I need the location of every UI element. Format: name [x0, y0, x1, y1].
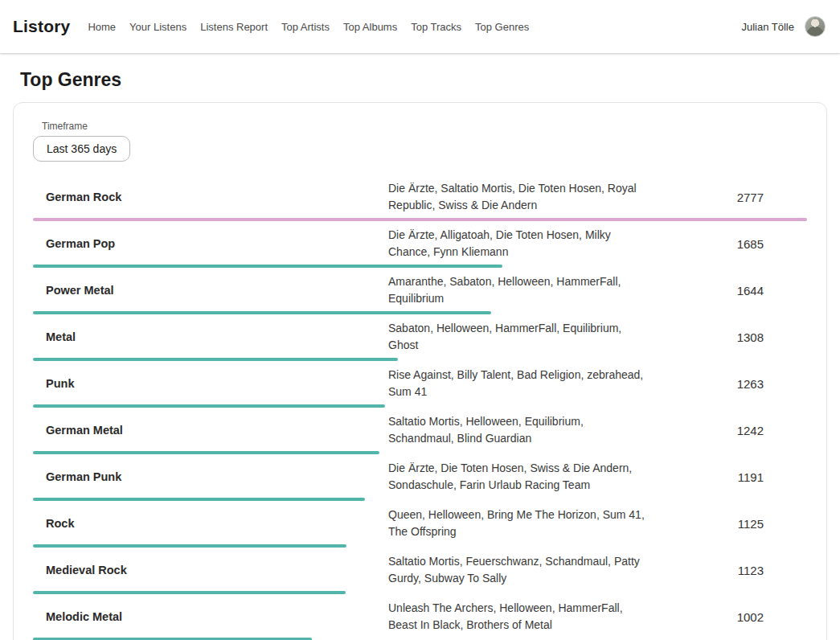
genre-count: 1191	[645, 470, 807, 484]
timeframe-select[interactable]: Last 365 days	[33, 136, 130, 162]
genre-row: Melodic Metal Unleash The Archers, Hello…	[33, 594, 807, 640]
genre-name: Melodic Metal	[33, 610, 388, 623]
app-logo[interactable]: Listory	[13, 17, 70, 36]
genre-progress-bar	[33, 358, 807, 361]
genre-bar-fill	[33, 265, 502, 268]
page-content: Top Genres Timeframe Last 365 days Germa…	[0, 69, 840, 640]
genre-name: German Rock	[33, 191, 388, 203]
genre-bar-fill	[33, 451, 379, 454]
genre-name: German Metal	[33, 424, 388, 437]
timeframe-filter: Timeframe Last 365 days	[33, 121, 807, 162]
genre-bar-fill	[33, 218, 807, 221]
nav-item-top-tracks[interactable]: Top Tracks	[411, 21, 461, 33]
nav-item-top-albums[interactable]: Top Albums	[343, 21, 397, 33]
user-area: Julian Tölle	[741, 16, 826, 37]
genre-artists: Queen, Helloween, Bring Me The Horizon, …	[388, 507, 645, 540]
genre-name: Power Metal	[33, 284, 388, 297]
genre-row: German Punk Die Ärzte, Die Toten Hosen, …	[33, 454, 807, 501]
genre-artists: Saltatio Mortis, Helloween, Equilibrium,…	[388, 413, 645, 447]
genre-count: 1685	[645, 237, 807, 251]
genre-progress-bar	[33, 265, 807, 268]
genre-count: 1308	[645, 330, 807, 344]
genre-bar-fill	[33, 498, 365, 501]
genre-row: Metal Sabaton, Helloween, HammerFall, Eq…	[33, 314, 807, 361]
timeframe-label: Timeframe	[42, 121, 807, 132]
genre-progress-bar	[33, 404, 807, 408]
nav-item-listens-report[interactable]: Listens Report	[200, 21, 268, 33]
genre-row: Punk Rise Against, Billy Talent, Bad Rel…	[33, 361, 807, 408]
genre-count: 1125	[645, 517, 807, 531]
genre-count: 1123	[645, 564, 807, 577]
nav-item-home[interactable]: Home	[88, 21, 116, 33]
genre-progress-bar	[33, 451, 807, 454]
genre-artists: Saltatio Mortis, Feuerschwanz, Schandmau…	[388, 553, 645, 587]
genre-name: German Pop	[33, 237, 388, 250]
genre-bar-fill	[33, 591, 346, 594]
genre-count: 1002	[645, 610, 807, 624]
main-nav: Home Your Listens Listens Report Top Art…	[88, 21, 543, 33]
genre-progress-bar	[33, 218, 807, 221]
genre-artists: Unleash The Archers, Helloween, HammerFa…	[388, 600, 645, 634]
genre-bar-fill	[33, 311, 491, 314]
genre-name: Rock	[33, 517, 388, 530]
genre-count: 1242	[645, 424, 807, 437]
genre-artists: Sabaton, Helloween, HammerFall, Equilibr…	[388, 320, 645, 354]
genre-row: Medieval Rock Saltatio Mortis, Feuerschw…	[33, 548, 807, 594]
genre-count: 1644	[645, 284, 807, 297]
genre-count: 2777	[645, 191, 807, 204]
genre-artists: Die Ärzte, Die Toten Hosen, Swiss & Die …	[388, 460, 645, 494]
genre-row: German Rock Die Ärzte, Saltatio Mortis, …	[33, 174, 807, 221]
genre-bar-fill	[33, 544, 346, 548]
genre-progress-bar	[33, 498, 807, 501]
genres-table: German Rock Die Ärzte, Saltatio Mortis, …	[33, 174, 807, 640]
genre-progress-bar	[33, 544, 807, 548]
genre-row: Power Metal Amaranthe, Sabaton, Hellowee…	[33, 268, 807, 314]
genre-row: German Pop Die Ärzte, Alligatoah, Die To…	[33, 221, 807, 268]
user-avatar[interactable]	[805, 16, 826, 37]
nav-item-your-listens[interactable]: Your Listens	[129, 21, 186, 33]
genre-name: Metal	[33, 330, 388, 343]
genre-bar-fill	[33, 404, 385, 408]
genre-artists: Die Ärzte, Alligatoah, Die Toten Hosen, …	[388, 227, 645, 261]
genre-artists: Amaranthe, Sabaton, Helloween, HammerFal…	[388, 273, 645, 307]
top-nav: Listory Home Your Listens Listens Report…	[0, 0, 840, 53]
genre-artists: Die Ärzte, Saltatio Mortis, Die Toten Ho…	[388, 180, 645, 214]
genre-progress-bar	[33, 311, 807, 314]
genre-count: 1263	[645, 377, 807, 391]
genre-name: German Punk	[33, 470, 388, 483]
genre-name: Punk	[33, 377, 388, 390]
genre-name: Medieval Rock	[33, 564, 388, 576]
nav-item-top-artists[interactable]: Top Artists	[281, 21, 330, 33]
genre-row: German Metal Saltatio Mortis, Helloween,…	[33, 408, 807, 454]
genre-progress-bar	[33, 591, 807, 594]
page-title: Top Genres	[13, 69, 827, 91]
user-name: Julian Tölle	[741, 21, 794, 33]
genre-bar-fill	[33, 358, 398, 361]
genre-artists: Rise Against, Billy Talent, Bad Religion…	[388, 367, 645, 400]
top-genres-card: Timeframe Last 365 days German Rock Die …	[13, 102, 827, 640]
nav-item-top-genres[interactable]: Top Genres	[475, 21, 529, 33]
genre-row: Rock Queen, Helloween, Bring Me The Hori…	[33, 501, 807, 548]
